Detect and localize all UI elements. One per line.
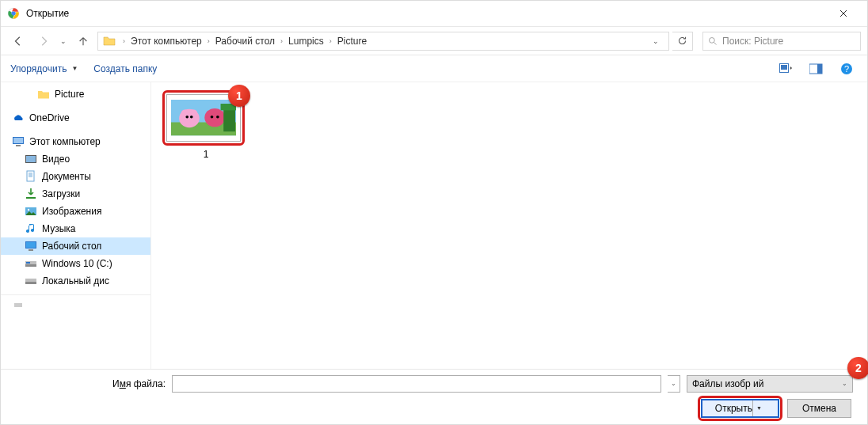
close-button[interactable]	[825, 1, 861, 26]
tree-label: Рабочий стол	[42, 241, 101, 252]
chrome-icon	[7, 7, 20, 20]
video-icon	[25, 153, 37, 165]
tree-label: Локальный дис	[42, 275, 109, 286]
tree-item-picture[interactable]: Picture	[1, 85, 150, 103]
forward-button[interactable]	[32, 30, 55, 52]
svg-point-31	[181, 110, 188, 116]
search-icon	[708, 36, 718, 46]
svg-point-18	[28, 209, 29, 211]
music-icon	[25, 222, 37, 235]
tree-label: Windows 10 (C:)	[42, 258, 112, 269]
tree-item-onedrive[interactable]: OneDrive	[1, 109, 150, 127]
svg-rect-24	[26, 262, 30, 264]
open-button[interactable]: Открыть ▼	[701, 399, 779, 418]
tree-item-images[interactable]: Изображения	[1, 203, 150, 220]
tree-item-video[interactable]: Видео	[1, 150, 150, 168]
folder-icon	[103, 35, 116, 47]
dialog-body: Picture OneDrive Этот компьютер Видео До…	[1, 82, 867, 369]
chevron-right-icon: ›	[205, 37, 212, 45]
tree-item-desktop[interactable]: Рабочий стол	[1, 237, 150, 255]
disk-icon	[25, 275, 37, 287]
filename-dropdown[interactable]: ⌄	[668, 375, 680, 393]
chevron-down-icon: ▼	[71, 65, 78, 72]
breadcrumb-item[interactable]: Lumpics	[285, 36, 327, 47]
back-button[interactable]	[7, 30, 29, 52]
file-item[interactable]: 1 1	[162, 90, 249, 160]
help-button[interactable]: ?	[836, 59, 858, 78]
svg-rect-7	[817, 64, 822, 74]
tree-item-cdrive[interactable]: Windows 10 (C:)	[1, 255, 150, 272]
new-folder-button[interactable]: Создать папку	[93, 63, 157, 74]
open-button-wrap: Открыть ▼	[701, 399, 779, 418]
tree-item-localdisk[interactable]: Локальный дис	[1, 272, 150, 290]
tree-item-truncated: x	[1, 294, 150, 312]
svg-rect-21	[29, 249, 33, 251]
filename-input[interactable]	[172, 375, 661, 393]
history-dropdown[interactable]: ⌄	[58, 37, 69, 45]
svg-point-33	[185, 116, 188, 118]
folder-icon	[37, 88, 50, 101]
svg-rect-27	[14, 303, 22, 307]
onedrive-icon	[12, 112, 25, 124]
open-split-dropdown[interactable]: ▼	[752, 400, 765, 416]
desktop-icon	[25, 240, 37, 252]
file-name: 1	[162, 149, 249, 160]
svg-point-2	[710, 37, 715, 43]
tree-label: Видео	[42, 154, 70, 165]
breadcrumb-item[interactable]: Рабочий стол	[212, 36, 278, 47]
toolbar: Упорядочить ▼ Создать папку ?	[1, 55, 867, 82]
up-button[interactable]	[72, 30, 94, 52]
chevron-down-icon: ⌄	[842, 380, 847, 387]
open-label: Открыть	[715, 403, 752, 414]
tree-label: Документы	[42, 171, 91, 182]
downloads-icon	[25, 188, 37, 200]
preview-pane-button[interactable]	[805, 59, 828, 78]
tree-item-documents[interactable]: Документы	[1, 168, 150, 185]
footer: Имя файла: ⌄ Файлы изобр ий ⌄ 2 Открыть …	[1, 369, 867, 424]
refresh-button[interactable]	[672, 32, 693, 51]
svg-point-34	[190, 116, 193, 118]
address-bar[interactable]: › Этот компьютер › Рабочий стол › Lumpic…	[97, 32, 669, 51]
svg-rect-16	[26, 197, 36, 199]
chevron-right-icon: ›	[327, 37, 334, 45]
tree-item-this-pc[interactable]: Этот компьютер	[1, 133, 150, 150]
breadcrumb-item[interactable]: Picture	[334, 36, 370, 47]
new-folder-label: Создать папку	[93, 63, 157, 74]
cancel-label: Отмена	[802, 403, 836, 414]
tree-label: OneDrive	[29, 112, 70, 123]
svg-point-32	[190, 110, 197, 116]
file-selection-highlight: 1	[162, 90, 245, 146]
svg-rect-23	[25, 264, 36, 267]
file-type-select[interactable]: Файлы изобр ий ⌄ 2	[687, 375, 853, 393]
svg-rect-14	[26, 156, 36, 162]
chevron-right-icon: ›	[278, 37, 285, 45]
navbar: ⌄ › Этот компьютер › Рабочий стол › Lump…	[1, 27, 867, 55]
organize-menu[interactable]: Упорядочить ▼	[10, 63, 78, 74]
tree-item-downloads[interactable]: Загрузки	[1, 185, 150, 203]
svg-rect-11	[13, 138, 23, 143]
cancel-button[interactable]: Отмена	[787, 399, 851, 418]
svg-point-36	[210, 116, 213, 118]
search-input[interactable]: Поиск: Picture	[702, 32, 861, 51]
titlebar: Открытие	[1, 1, 867, 27]
tree-item-music[interactable]: Музыка	[1, 220, 150, 237]
file-list[interactable]: 1 1	[151, 82, 867, 369]
tree-label: Музыка	[42, 223, 75, 234]
svg-rect-20	[26, 242, 36, 248]
disk-icon	[25, 257, 37, 270]
images-icon	[25, 205, 37, 218]
svg-rect-5	[781, 65, 787, 70]
documents-icon	[25, 170, 37, 183]
address-dropdown[interactable]: ⌄	[648, 37, 664, 45]
file-open-dialog: Открытие ⌄ › Этот компьютер › Рабочий ст…	[0, 0, 868, 425]
annotation-badge-1: 1	[228, 85, 250, 107]
breadcrumb-item[interactable]: Этот компьютер	[128, 36, 205, 47]
computer-icon	[12, 135, 25, 148]
svg-text:?: ?	[844, 64, 849, 74]
chevron-right-icon: ›	[120, 37, 128, 45]
tree-label: Picture	[55, 89, 84, 100]
svg-rect-12	[16, 145, 21, 146]
tree-label: Этот компьютер	[29, 136, 101, 147]
view-mode-button[interactable]	[775, 59, 798, 78]
tree-label: Изображения	[42, 206, 101, 217]
